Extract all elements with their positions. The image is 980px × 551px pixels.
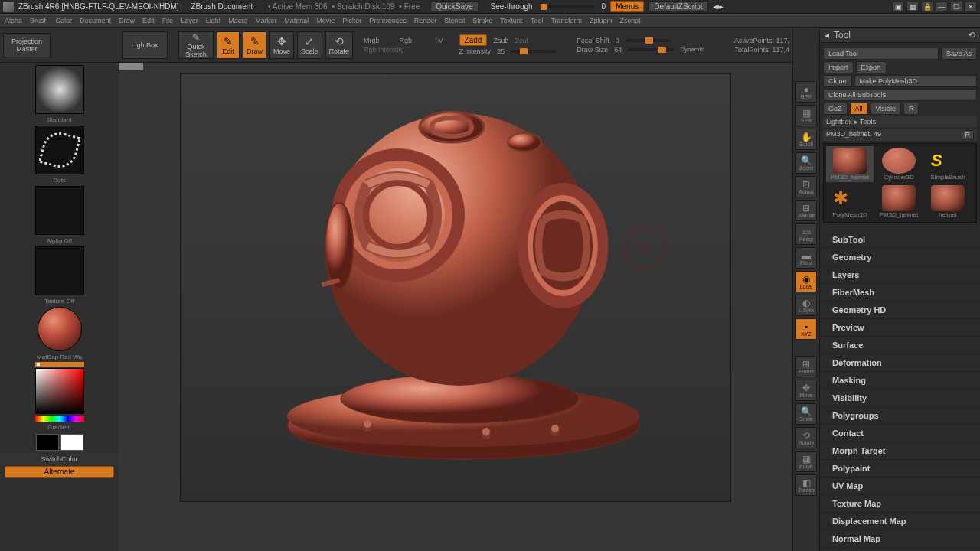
nav-persp[interactable]: ▭Persp xyxy=(795,223,817,245)
minimize-button[interactable]: — xyxy=(936,2,948,12)
make-polymesh-button[interactable]: Make PolyMesh3D xyxy=(854,75,977,87)
lightbox-button[interactable]: LightBox xyxy=(122,31,168,59)
nav-zoom[interactable]: 🔍Zoom xyxy=(795,152,817,174)
nav-xyz[interactable]: ▪XYZ xyxy=(795,318,817,340)
material-swatch[interactable] xyxy=(38,307,82,351)
menu-tool[interactable]: Tool xyxy=(531,17,544,24)
nav-scroll[interactable]: ✋Scroll xyxy=(795,129,817,150)
back-icon[interactable]: ◂ xyxy=(825,30,829,41)
section-preview[interactable]: Preview xyxy=(820,319,980,337)
section-contact[interactable]: Contact xyxy=(820,425,980,442)
menu-transform[interactable]: Transform xyxy=(550,17,582,24)
section-geometry-hd[interactable]: Geometry HD xyxy=(820,302,980,319)
current-tool-field[interactable]: PM3D_helmet. 49R xyxy=(823,129,977,141)
nav-spix[interactable]: ▦SPix xyxy=(795,105,817,126)
rotate-mode-button[interactable]: ⟲Rotate xyxy=(325,31,354,59)
section-polypaint[interactable]: Polypaint xyxy=(820,460,980,478)
section-geometry[interactable]: Geometry xyxy=(820,249,980,266)
menu-edit[interactable]: Edit xyxy=(142,17,155,24)
seethrough-slider[interactable] xyxy=(541,5,594,8)
scroll-tab[interactable] xyxy=(119,63,143,70)
tool-item-helmet[interactable]: helmet xyxy=(924,184,972,220)
hue-slider[interactable] xyxy=(35,416,84,422)
nav-lsym[interactable]: ◐L.Sym xyxy=(795,295,817,316)
load-tool-button[interactable]: Load Tool xyxy=(823,47,939,60)
section-deformation[interactable]: Deformation xyxy=(820,354,980,372)
menu-draw[interactable]: Draw xyxy=(119,17,135,24)
nav-transp[interactable]: ◧Transp xyxy=(795,474,817,496)
menu-picker[interactable]: Picker xyxy=(342,17,361,24)
menu-marker[interactable]: Marker xyxy=(255,17,276,24)
section-morph-target[interactable]: Morph Target xyxy=(820,442,980,460)
nav-bpr[interactable]: ●BPR xyxy=(795,81,817,103)
focal-slider[interactable] xyxy=(626,39,671,42)
clone-all-button[interactable]: Clone All SubTools xyxy=(823,89,977,101)
dock-icon[interactable]: ▣ xyxy=(892,2,904,12)
section-texture-map[interactable]: Texture Map xyxy=(820,495,980,513)
section-polygroups[interactable]: Polygroups xyxy=(820,407,980,425)
nav-arrows-icon[interactable]: ◂◂ ▸▸ xyxy=(713,2,723,11)
tool-item-pm3d_helmet[interactable]: PM3D_helmet xyxy=(826,146,874,182)
export-button[interactable]: Export xyxy=(856,61,887,73)
zcut-button[interactable]: Zcut xyxy=(514,37,528,44)
close-button[interactable]: ✕ xyxy=(965,2,977,12)
color-white[interactable] xyxy=(60,434,83,451)
viewport[interactable] xyxy=(180,73,731,502)
menu-file[interactable]: File xyxy=(162,17,174,24)
section-subtool[interactable]: SubTool xyxy=(820,231,980,249)
tool-item-simplebrush[interactable]: SSimpleBrush xyxy=(924,146,972,182)
menu-brush[interactable]: Brush xyxy=(30,17,48,24)
zintensity-slider[interactable] xyxy=(511,50,557,53)
section-masking[interactable]: Masking xyxy=(820,372,980,390)
menu-stencil[interactable]: Stencil xyxy=(444,17,465,24)
alpha-swatch[interactable] xyxy=(35,186,84,235)
menu-color[interactable]: Color xyxy=(56,17,73,24)
tool-item-pm3d_helmet[interactable]: PM3D_helmet xyxy=(875,184,923,220)
default-zscript[interactable]: DefaultZScript xyxy=(648,1,707,12)
menu-texture[interactable]: Texture xyxy=(500,17,523,24)
color-picker[interactable] xyxy=(35,368,84,414)
tool-item-cylinder3d[interactable]: Cylinder3D xyxy=(875,146,923,182)
menu-document[interactable]: Document xyxy=(80,17,111,24)
maximize-button[interactable]: ☐ xyxy=(950,2,962,12)
zsub-button[interactable]: Zsub xyxy=(493,37,508,44)
nav-rotate[interactable]: ⟲Rotate xyxy=(795,427,817,448)
draw-mode-button[interactable]: ✎Draw xyxy=(243,31,266,59)
menu-preferences[interactable]: Preferences xyxy=(369,17,407,24)
clone-button[interactable]: Clone xyxy=(823,75,852,87)
nav-frame[interactable]: ⊞Frame xyxy=(795,356,817,377)
dynamic-label[interactable]: Dynamic xyxy=(680,46,704,53)
menu-zplugin[interactable]: Zplugin xyxy=(590,17,612,24)
nav-actual[interactable]: ⊡Actual xyxy=(795,176,817,197)
lock-icon[interactable]: 🔒 xyxy=(921,2,933,12)
menu-render[interactable]: Render xyxy=(414,17,437,24)
quicksketch-button[interactable]: ✎Quick Sketch xyxy=(178,31,214,59)
zadd-button[interactable]: Zadd xyxy=(459,34,488,46)
menu-layer[interactable]: Layer xyxy=(181,17,198,24)
import-button[interactable]: Import xyxy=(823,61,854,73)
edit-mode-button[interactable]: ✎Edit xyxy=(217,31,240,59)
menu-zscript[interactable]: Zscript xyxy=(620,17,641,24)
section-layers[interactable]: Layers xyxy=(820,266,980,284)
section-normal-map[interactable]: Normal Map xyxy=(820,530,980,548)
rgb-button[interactable]: Rgb xyxy=(400,37,413,44)
projection-master-button[interactable]: Projection Master xyxy=(3,33,51,57)
alternate-button[interactable]: Alternate xyxy=(5,466,114,478)
menu-movie[interactable]: Movie xyxy=(316,17,335,24)
mrgb-button[interactable]: Mrgb xyxy=(364,37,380,44)
stroke-swatch[interactable] xyxy=(35,126,84,174)
nav-local[interactable]: ◉Local xyxy=(795,271,817,292)
section-displacement-map[interactable]: Displacement Map xyxy=(820,513,980,530)
menus-toggle[interactable]: Menus xyxy=(610,1,644,12)
menu-light[interactable]: Light xyxy=(206,17,221,24)
lightbox-tools-button[interactable]: Lightbox ▸ Tools xyxy=(823,116,977,127)
nav-aahalf[interactable]: ⊟AAHalf xyxy=(795,200,817,221)
saveas-button[interactable]: Save As xyxy=(941,47,977,60)
tool-item-polymesh3d[interactable]: ✱PolyMesh3D xyxy=(826,184,874,220)
color-black[interactable] xyxy=(36,434,59,451)
menu-material[interactable]: Material xyxy=(284,17,309,24)
nav-move[interactable]: ✥Move xyxy=(795,380,817,401)
nav-floor[interactable]: ▬Floor xyxy=(795,247,817,269)
menu-macro[interactable]: Macro xyxy=(228,17,247,24)
section-surface[interactable]: Surface xyxy=(820,337,980,354)
